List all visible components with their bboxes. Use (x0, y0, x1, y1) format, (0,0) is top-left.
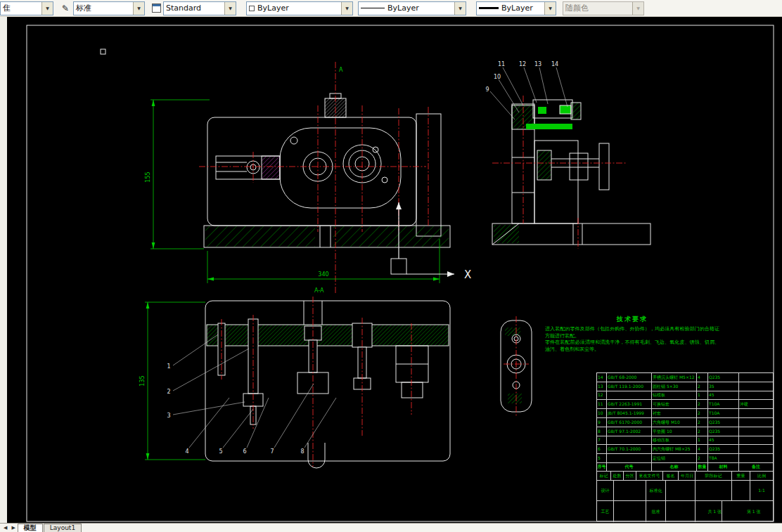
callout-11: 11 (498, 61, 505, 67)
bom-row: 6 GB/T 70.1-2000 内六角螺钉 M8×25 4 Q235 (597, 445, 773, 454)
tech-requirements-line: 进入装配的零件及部件（包括外购件、外协件），均必须具有检验部门的合格证方能进行装… (545, 326, 719, 339)
section-view-dimensions: 135 (139, 302, 205, 460)
drawing-canvas[interactable]: 155 340 A-A A (7, 17, 782, 523)
bom-cell-note (739, 373, 773, 382)
layer-combo-arrow[interactable]: ▼ (41, 2, 53, 15)
callout-2: 2 (167, 389, 170, 395)
role-value (666, 481, 695, 500)
bom-cell-no: 8 (597, 427, 607, 436)
lineweight-value: ByLayer (501, 4, 533, 13)
color-combo[interactable]: ByLayer ▼ (246, 1, 353, 15)
main-view-dimensions: 155 340 A-A A (145, 67, 440, 294)
tab-layout1[interactable]: Layout1 (44, 524, 82, 532)
bom-cell-mat: 45 (708, 436, 739, 445)
callout-1: 1 (167, 363, 170, 370)
bom-row: 8 GB/T 97.1-2002 平垫圈 10 2 Q235 (597, 427, 773, 436)
title-block: 14 GB/T 68-2000 开槽沉头螺钉 M5×12 4 Q235 13 G… (596, 372, 774, 521)
styles-properties-toolbar: 隹 ▼ ✎ 标准 ▼ Standard ▼ ByLayer ▼ ByLayer … (0, 0, 782, 17)
layer-combo[interactable]: 隹 ▼ (0, 1, 53, 15)
callout-12: 12 (519, 61, 526, 67)
linetype-value: ByLayer (387, 4, 419, 13)
dimension-text: 155 (145, 171, 151, 182)
tech-requirements-line: 零件在装配前必须清理和清洗干净，不得有毛刺、飞边、氧化皮、锈蚀、切屑、油污、着色… (545, 339, 719, 353)
bom-cell-code: GB/T 6170-2000 (607, 418, 652, 427)
bom-cell-no: 12 (597, 391, 607, 400)
bom-header-no: 序号 (597, 463, 607, 471)
bom-cell-name: 圆柱销 5×30 (652, 382, 697, 391)
bom-row: 9 GB/T 6170-2000 六角螺母 M10 2 Q235 (597, 418, 773, 427)
bom-cell-code (607, 391, 652, 400)
bom-cell-qty: 1 (697, 391, 708, 400)
signature-label: 标记 (597, 472, 611, 480)
role-value (614, 481, 646, 500)
bom-cell-name: 衬套 (652, 409, 697, 417)
text-style-arrow[interactable]: ▼ (224, 2, 236, 15)
bom-cell-code: JB/T 8045.1-1999 (607, 409, 652, 417)
text-style-combo[interactable]: Standard ▼ (163, 1, 236, 15)
bom-row: 7 移动压板 1 45 (597, 436, 773, 446)
signature-label: 签名 (663, 472, 679, 480)
linetype-arrow[interactable]: ▼ (454, 2, 466, 15)
bom-cell-name: 平垫圈 10 (652, 427, 697, 436)
scale-zone: 阶段标记 重量 比例 1:1 共 1 张 第 1 张 (696, 472, 773, 522)
bom-cell-mat: T10A (708, 409, 739, 417)
lineweight-combo[interactable]: ByLayer ▼ (476, 1, 556, 15)
linetype-combo[interactable]: ByLayer ▼ (358, 1, 466, 15)
role-label: 批准 (646, 501, 666, 522)
scale-labels: 阶段标记 重量 比例 (696, 472, 773, 481)
color-arrow[interactable]: ▼ (341, 2, 352, 15)
linetype-preview (361, 8, 385, 8)
bom-header-name: 名称 (652, 463, 697, 471)
tab-nav-right-icon[interactable]: ▶ (9, 524, 17, 532)
bom-cell-code: GB/T 97.1-2002 (607, 427, 652, 436)
bom-row: 11 GB/T 2263-1991 可换钻套 2 T10A 淬硬 (597, 400, 773, 409)
callout-4: 4 (185, 448, 188, 455)
scale-value: 1:1 (750, 481, 773, 500)
bom-cell-qty: 2 (697, 400, 708, 408)
dim-style-icon: ✎ (59, 2, 72, 15)
bom-cell-name: 可换钻套 (652, 400, 697, 408)
bom-cell-name: 开槽沉头螺钉 M5×12 (652, 373, 697, 382)
bom-header-code: 代号 (607, 463, 652, 471)
dimension-text: 340 (318, 271, 328, 278)
tab-model[interactable]: 模型 (18, 524, 43, 532)
layer-combo-value: 隹 (1, 3, 41, 13)
bom-cell-no: 6 (597, 445, 607, 453)
bom-rows: 14 GB/T 68-2000 开槽沉头螺钉 M5×12 4 Q235 13 G… (597, 373, 773, 463)
layout-tabbar: ◀ ▶ 模型 Layout1 (0, 523, 782, 532)
callout-9: 9 (485, 86, 489, 93)
signature-label: 年月日 (679, 472, 695, 480)
bom-cell-name: 钻模板 (652, 391, 697, 400)
lineweight-preview (479, 7, 499, 9)
chevron-down-icon: ▼ (459, 6, 462, 11)
dim-style-combo[interactable]: 标准 ▼ (73, 1, 145, 15)
signature-labels: 标记处数分区更改文件号签名年月日 (597, 472, 695, 481)
bom-cell-no: 11 (597, 400, 607, 408)
callout-10: 10 (494, 74, 501, 80)
role-label: 标准化 (646, 481, 666, 500)
signature-row: 设计 标准化 (597, 481, 695, 501)
bom-cell-mat: Q235 (708, 373, 739, 382)
sheet-number: 第 1 张 (747, 501, 761, 522)
sheets-total: 共 1 张 (707, 501, 722, 522)
role-label: 设计 (597, 481, 614, 500)
role-value (666, 501, 695, 522)
callout-6: 6 (243, 448, 246, 455)
bom-cell-code: GB/T 70.1-2000 (607, 445, 652, 453)
plot-style-arrow: ▼ (632, 2, 643, 15)
chevron-down-icon: ▼ (549, 6, 552, 11)
bom-cell-name: 内六角螺钉 M8×25 (652, 445, 697, 453)
bom-cell-no: 9 (597, 418, 607, 427)
dim-style-arrow[interactable]: ▼ (133, 2, 144, 15)
bom-cell-note (739, 454, 773, 462)
lineweight-arrow[interactable]: ▼ (544, 2, 556, 15)
main-view (204, 93, 450, 247)
part-detail-view (501, 316, 532, 416)
signature-label: 处数 (611, 472, 624, 480)
tab-nav-left-icon[interactable]: ◀ (1, 524, 9, 532)
title-block-lower: 标记处数分区更改文件号签名年月日 设计 标准化 工艺 批准 阶段标记 重量 (597, 472, 773, 522)
role-value (614, 501, 646, 522)
sheet-count-row: 共 1 张 第 1 张 (696, 501, 773, 522)
bom-row: 13 GB/T 119.1-2000 圆柱销 5×30 2 35 (597, 382, 773, 391)
dimension-text: 135 (139, 375, 146, 386)
